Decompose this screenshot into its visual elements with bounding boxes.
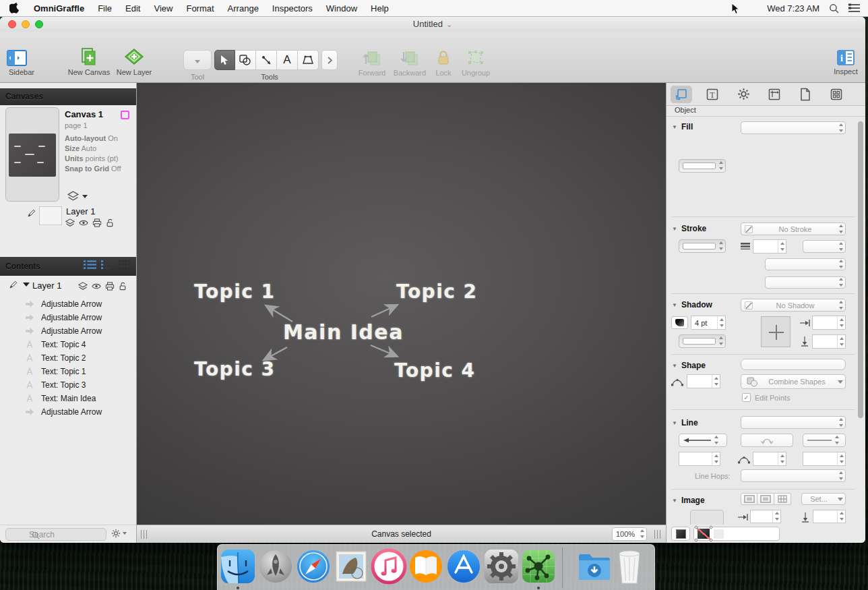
finder-dock-icon[interactable] xyxy=(220,548,256,585)
canvas-thumbnail[interactable] xyxy=(5,107,59,202)
list-item[interactable]: Text: Topic 4 xyxy=(0,338,136,351)
line-curve-input[interactable] xyxy=(753,452,786,466)
toolbar-backward[interactable]: Backward xyxy=(391,49,429,77)
stroke-corner-dropdown[interactable] xyxy=(803,240,846,253)
layers-icon[interactable] xyxy=(78,282,88,291)
list-view-icon[interactable] xyxy=(84,260,96,270)
selection-tool-button[interactable] xyxy=(214,50,235,70)
shadow-blur-input[interactable]: 4 pt xyxy=(691,316,726,330)
shadow-color-well[interactable] xyxy=(679,334,726,348)
print-icon[interactable] xyxy=(92,218,102,227)
lock-open-icon[interactable] xyxy=(106,218,114,227)
shadow-shape-button[interactable] xyxy=(671,316,688,329)
image-fit-button[interactable] xyxy=(741,493,757,505)
layers-icon[interactable] xyxy=(65,218,75,227)
tab-object-inspector[interactable] xyxy=(671,86,692,103)
toolbar-forward[interactable]: Forward xyxy=(356,49,388,77)
contents-layer-row[interactable]: Layer 1 xyxy=(0,280,136,295)
canvases-section-header[interactable]: Canvases xyxy=(0,88,136,105)
menu-window[interactable]: Window xyxy=(319,3,364,13)
search-field[interactable] xyxy=(5,528,106,541)
line-end-arrowhead-dropdown[interactable] xyxy=(803,434,846,447)
menu-clock[interactable]: Wed 7:23 AM xyxy=(767,3,819,13)
image-fill-button[interactable] xyxy=(757,493,774,505)
title-bar[interactable]: Untitled xyxy=(0,17,865,32)
style-tray[interactable] xyxy=(693,527,780,541)
apple-menu[interactable] xyxy=(0,3,27,13)
grid-view-icon[interactable] xyxy=(119,260,132,270)
menu-view[interactable]: View xyxy=(147,3,179,13)
text-tool-button[interactable]: A xyxy=(277,50,298,70)
line-section-header[interactable]: Line xyxy=(672,418,698,427)
toolbar-lock[interactable]: Lock xyxy=(431,49,456,77)
visibility-eye-icon[interactable] xyxy=(79,219,88,227)
toolbar-ungroup[interactable]: Ungroup xyxy=(457,49,495,77)
launchpad-dock-icon[interactable] xyxy=(257,548,294,585)
image-tile-button[interactable] xyxy=(774,493,791,505)
menu-omnigraffle[interactable]: OmniGraffle xyxy=(27,3,91,13)
pencil-icon[interactable] xyxy=(9,281,18,289)
selected-style-chip[interactable] xyxy=(698,529,710,539)
style-swatch-button[interactable] xyxy=(671,527,690,541)
mail-dock-icon[interactable] xyxy=(333,548,369,585)
shadow-x-offset-input[interactable] xyxy=(812,316,846,330)
line-hops-dropdown[interactable] xyxy=(741,469,846,482)
line-tool-button[interactable] xyxy=(256,50,277,70)
list-item[interactable]: Adjustable Arrow xyxy=(0,405,136,419)
list-item[interactable]: Adjustable Arrow xyxy=(0,311,136,324)
shape-corner-radius-input[interactable] xyxy=(687,374,720,388)
image-x-offset-input[interactable] xyxy=(750,510,781,523)
toolbar-sidebar[interactable]: Sidebar xyxy=(7,50,36,76)
lock-open-icon[interactable] xyxy=(119,281,127,291)
trash-dock-icon[interactable] xyxy=(614,548,645,585)
ibooks-dock-icon[interactable] xyxy=(408,548,444,585)
combine-shapes-dropdown[interactable]: Combine Shapes xyxy=(741,374,846,389)
stroke-width-input[interactable] xyxy=(753,239,786,254)
image-set-dropdown[interactable]: Set... xyxy=(801,493,846,505)
contents-layer-name[interactable]: Layer 1 xyxy=(32,281,61,291)
canvas-prop-row[interactable]: Snap to Grid Off xyxy=(65,164,121,174)
tab-document-inspector[interactable] xyxy=(795,86,816,103)
menu-inspectors[interactable]: Inspectors xyxy=(266,3,319,13)
toolbar-new-layer[interactable]: New Layer xyxy=(113,48,155,76)
line-start-size-input[interactable] xyxy=(679,452,720,466)
shape-tool-button[interactable] xyxy=(235,50,256,70)
layers-dropdown-button[interactable] xyxy=(67,191,88,202)
image-y-offset-input[interactable] xyxy=(813,510,846,523)
tab-stencils-browser[interactable] xyxy=(826,86,847,103)
canvas-prop-row[interactable]: Auto-layout On xyxy=(65,134,121,144)
style-chip[interactable] xyxy=(714,529,724,539)
tab-canvas-inspector[interactable] xyxy=(764,86,785,103)
stroke-pattern-dropdown[interactable] xyxy=(765,258,846,270)
layer-row[interactable]: Layer 1 xyxy=(0,206,136,231)
toolbar-new-canvas[interactable]: New Canvas xyxy=(66,48,112,76)
fill-section-header[interactable]: Fill xyxy=(672,122,693,131)
shape-preset-field[interactable] xyxy=(741,359,846,370)
swap-arrowheads-button[interactable] xyxy=(741,434,793,447)
stroke-color-well[interactable] xyxy=(679,239,726,253)
toolbar-inspect[interactable]: i Inspect xyxy=(830,50,861,76)
stroke-style-dropdown[interactable]: No Stroke xyxy=(741,223,846,235)
menu-format[interactable]: Format xyxy=(179,3,220,13)
app-store-dock-icon[interactable] xyxy=(445,548,482,585)
menu-arrange[interactable]: Arrange xyxy=(221,3,266,13)
disclosure-triangle-icon[interactable] xyxy=(23,283,30,287)
outline-view-icon[interactable] xyxy=(101,260,114,270)
list-item[interactable]: Adjustable Arrow xyxy=(0,297,136,311)
diagram-arrows[interactable] xyxy=(137,83,666,525)
spotlight-search-icon[interactable] xyxy=(829,3,839,13)
tool-dropdown-button[interactable] xyxy=(183,50,212,70)
menu-help[interactable]: Help xyxy=(364,3,396,13)
splitter-grip-icon[interactable] xyxy=(654,530,660,539)
list-item[interactable]: Adjustable Arrow xyxy=(0,324,136,338)
contents-section-header[interactable]: Contents xyxy=(0,257,136,276)
list-item[interactable]: Text: Topic 1 xyxy=(0,365,136,378)
layer-name[interactable]: Layer 1 xyxy=(66,206,95,216)
safari-dock-icon[interactable] xyxy=(295,548,332,585)
line-style-dropdown[interactable] xyxy=(741,416,846,429)
image-section-header[interactable]: Image xyxy=(672,496,705,505)
list-item[interactable]: Text: Topic 2 xyxy=(0,351,136,365)
shadow-position-picker[interactable] xyxy=(761,316,790,347)
list-item[interactable]: Text: Main Idea xyxy=(0,392,136,405)
line-start-arrowhead-dropdown[interactable] xyxy=(679,434,727,447)
